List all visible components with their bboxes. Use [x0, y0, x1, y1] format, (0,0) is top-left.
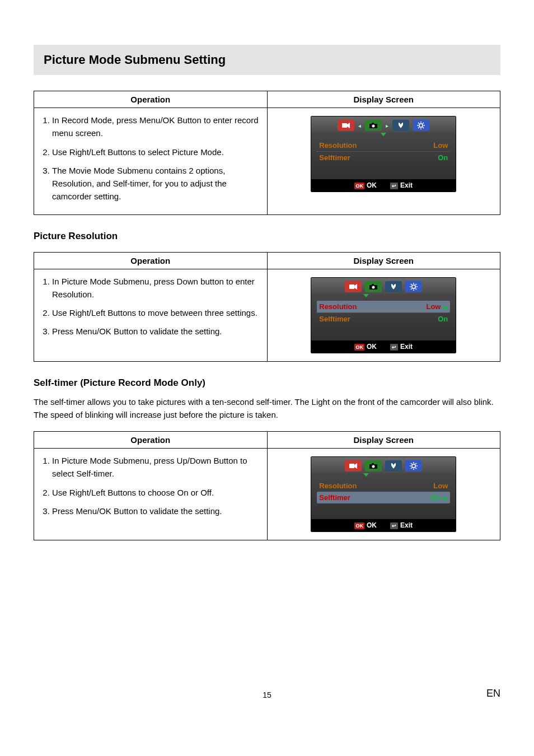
- menu-value: Low: [433, 141, 448, 150]
- step-item: In Picture Mode Submenu, press Down butt…: [52, 275, 260, 301]
- photo-mode-icon: [365, 120, 382, 131]
- effects-mode-icon: [385, 460, 402, 472]
- menu-value: On: [430, 493, 448, 502]
- tab-row: [311, 457, 456, 473]
- ok-badge-icon: OK: [354, 522, 364, 529]
- menu-row-selftimer: Selftimer On: [317, 492, 450, 503]
- heading-picture-resolution: Picture Resolution: [34, 231, 500, 242]
- steps-list: In Picture Mode Submenu, press Up/Down B…: [41, 454, 260, 517]
- video-mode-icon: [338, 120, 354, 131]
- page-number: 15: [263, 690, 271, 699]
- svg-point-28: [372, 465, 375, 468]
- td-display: ◂ ▸: [267, 108, 500, 215]
- svg-line-35: [411, 463, 412, 464]
- video-mode-icon: [345, 281, 362, 292]
- table-picture-mode: Operation Display Screen In Record Mode,…: [34, 91, 500, 215]
- display-screen-3: Resolution Low Selftimer On OKOK ↩Exit: [311, 456, 456, 532]
- effects-mode-icon: [385, 281, 402, 292]
- video-mode-icon: [345, 460, 362, 472]
- menu-value: Low: [426, 302, 448, 311]
- th-display: Display Screen: [267, 432, 500, 449]
- ok-hint: OKOK: [354, 181, 377, 189]
- svg-line-10: [423, 127, 424, 128]
- down-indicator-icon: [311, 294, 456, 298]
- menu-label: Resolution: [319, 141, 357, 150]
- screen-footer: OKOK ↩Exit: [311, 340, 456, 353]
- step-item: Use Right/Left Buttons to select Picture…: [52, 146, 260, 158]
- svg-point-17: [412, 284, 415, 288]
- th-operation: Operation: [34, 432, 268, 449]
- menu-label: Resolution: [319, 482, 357, 490]
- section-title: Picture Mode Submenu Setting: [44, 53, 490, 67]
- svg-line-37: [411, 468, 412, 469]
- svg-line-24: [411, 288, 412, 290]
- heading-selftimer: Self-timer (Picture Record Mode Only): [34, 377, 500, 389]
- menu-label: Selftimer: [319, 315, 350, 323]
- step-item: Use Right/Left Buttons to choose On or O…: [52, 486, 260, 499]
- menu-row-selftimer: Selftimer On: [317, 151, 450, 164]
- screen-footer: OKOK ↩Exit: [311, 519, 456, 531]
- display-screen-1: ◂ ▸: [311, 116, 456, 192]
- display-screen-2: Resolution Low Selftimer On OKOK ↩Exit: [311, 277, 456, 353]
- exit-badge-icon: ↩: [390, 344, 398, 351]
- td-operation: In Picture Mode Submenu, press Down butt…: [34, 269, 268, 361]
- screen-footer: OKOK ↩Exit: [311, 179, 456, 192]
- step-item: Use Right/Left Buttons to move between t…: [52, 306, 260, 319]
- table-picture-resolution: Operation Display Screen In Picture Mode…: [34, 252, 500, 362]
- svg-line-36: [416, 468, 417, 469]
- svg-point-4: [419, 124, 423, 127]
- svg-point-30: [412, 464, 415, 468]
- steps-list: In Record Mode, press Menu/OK Button to …: [41, 114, 260, 203]
- svg-line-25: [416, 284, 417, 285]
- menu-value: On: [438, 315, 448, 323]
- svg-rect-16: [372, 284, 374, 286]
- menu-label: Resolution: [319, 302, 357, 311]
- step-item: Press Menu/OK Button to validate the set…: [52, 325, 260, 338]
- svg-line-23: [416, 288, 417, 290]
- down-indicator-icon: [311, 133, 456, 137]
- th-display: Display Screen: [267, 252, 500, 269]
- section-title-band: Picture Mode Submenu Setting: [34, 45, 500, 75]
- tab-row: [311, 278, 456, 294]
- settings-mode-icon: [405, 460, 422, 472]
- menu-value: On: [438, 153, 448, 162]
- td-display: Resolution Low Selftimer On OKOK ↩Exit: [267, 449, 500, 540]
- right-arrow-icon: ▸: [385, 123, 389, 129]
- effects-mode-icon: [392, 120, 409, 131]
- svg-line-38: [416, 463, 417, 464]
- menu-row-selftimer: Selftimer On: [317, 312, 450, 325]
- step-item: In Picture Mode Submenu, press Up/Down B…: [52, 454, 260, 480]
- svg-point-2: [372, 125, 375, 128]
- exit-hint: ↩Exit: [390, 181, 413, 189]
- settings-mode-icon: [413, 120, 429, 131]
- menu-value: Low: [433, 482, 448, 490]
- svg-line-11: [418, 127, 419, 128]
- settings-mode-icon: [405, 281, 422, 292]
- menu-row-resolution: Resolution Low: [317, 480, 450, 492]
- ok-hint: OKOK: [354, 343, 377, 351]
- tab-row: ◂ ▸: [311, 116, 456, 133]
- ok-hint: OKOK: [354, 521, 377, 529]
- td-operation: In Picture Mode Submenu, press Up/Down B…: [34, 449, 268, 540]
- td-operation: In Record Mode, press Menu/OK Button to …: [34, 108, 268, 215]
- th-display: Display Screen: [267, 91, 500, 108]
- table-selftimer: Operation Display Screen In Picture Mode…: [34, 431, 500, 540]
- exit-badge-icon: ↩: [390, 183, 398, 189]
- photo-mode-icon: [365, 281, 382, 292]
- ok-badge-icon: OK: [354, 344, 364, 351]
- svg-line-12: [423, 123, 424, 124]
- step-item: In Record Mode, press Menu/OK Button to …: [52, 114, 260, 140]
- svg-point-15: [372, 286, 375, 288]
- menu-label: Selftimer: [319, 493, 350, 502]
- menu-label: Selftimer: [319, 153, 350, 162]
- exit-hint: ↩Exit: [390, 343, 413, 351]
- svg-line-9: [418, 123, 419, 124]
- step-item: The Movie Mode Submenu contains 2 option…: [52, 164, 260, 203]
- exit-hint: ↩Exit: [390, 521, 413, 529]
- svg-rect-13: [349, 284, 354, 289]
- steps-list: In Picture Mode Submenu, press Down butt…: [41, 275, 260, 338]
- down-indicator-icon: [311, 473, 456, 478]
- svg-rect-0: [342, 123, 347, 128]
- td-display: Resolution Low Selftimer On OKOK ↩Exit: [267, 269, 500, 361]
- photo-mode-icon: [365, 460, 382, 472]
